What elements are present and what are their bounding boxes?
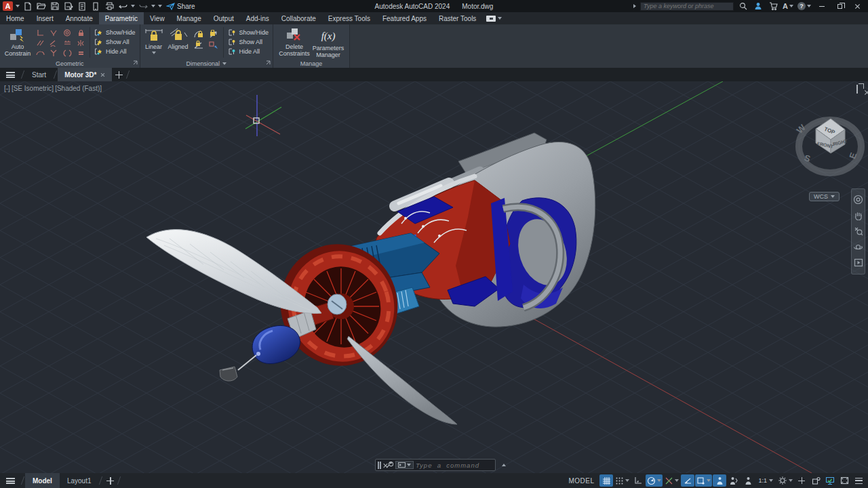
workspace-switching[interactable] [776, 474, 794, 487]
tab-output[interactable]: Output [208, 12, 240, 24]
smooth-constraint-icon[interactable] [33, 48, 47, 58]
annotation-scale-person[interactable] [741, 474, 755, 487]
delete-constraints-button[interactable]: Delete Constraints [279, 26, 310, 59]
geometric-panel-title[interactable]: Geometric [0, 59, 140, 68]
visual-style-control[interactable]: [Shaded (Fast)] [55, 85, 102, 92]
drawing-viewport[interactable]: [-] [SE Isometric] [Shaded (Fast)] W S E… [0, 81, 868, 473]
dimensional-show-all-button[interactable]: Show All [228, 38, 269, 46]
navigation-wheel-icon[interactable] [853, 195, 863, 206]
undo-caret-icon[interactable] [131, 5, 135, 7]
parallel-constraint-icon[interactable] [33, 38, 47, 48]
polar-caret-icon[interactable] [657, 479, 661, 482]
angular-constraint-icon[interactable] [191, 28, 206, 39]
print-icon[interactable] [104, 1, 115, 11]
file-tab-start[interactable]: Start [25, 68, 53, 81]
dimensional-dialog-launcher-icon[interactable] [266, 60, 271, 66]
viewcube-south[interactable]: S [803, 152, 812, 164]
viewport-menu-control[interactable]: [-] [4, 85, 10, 92]
close-tab-icon[interactable] [100, 73, 105, 77]
mobile-device-icon[interactable] [90, 1, 101, 11]
redo-caret-icon[interactable] [151, 5, 155, 7]
isolate-objects-toggle[interactable] [809, 474, 823, 487]
grid-toggle[interactable] [599, 474, 613, 487]
tab-raster-tools[interactable]: Raster Tools [433, 12, 482, 24]
tab-annotate[interactable]: Annotate [60, 12, 99, 24]
object-snap-toggle[interactable] [695, 474, 712, 487]
file-tab-menu-button[interactable] [0, 68, 20, 81]
geometric-hide-all-button[interactable]: Hide All [94, 47, 136, 56]
open-file-icon[interactable] [36, 1, 47, 11]
model-space-toggle[interactable]: MODEL [564, 477, 599, 485]
view-control[interactable]: [SE Isometric] [12, 85, 54, 92]
restore-button[interactable] [833, 1, 846, 11]
lock-constraint-icon[interactable] [74, 28, 87, 38]
qat-customize-caret-icon[interactable] [158, 5, 162, 7]
redo-icon[interactable] [138, 1, 149, 11]
save-icon[interactable] [50, 1, 60, 11]
tab-featured-apps[interactable]: Featured Apps [376, 12, 433, 24]
new-file-icon[interactable] [22, 1, 33, 11]
parameters-manager-button[interactable]: f(x) Parameters Manager [313, 26, 344, 59]
dimensional-panel-title[interactable]: Dimensional [140, 59, 273, 68]
command-input[interactable] [416, 462, 500, 469]
autocad-logo[interactable]: A [3, 1, 13, 11]
polar-tracking-toggle[interactable] [646, 474, 663, 487]
radial-constraint-icon[interactable] [206, 28, 221, 39]
tab-manage[interactable]: Manage [171, 12, 208, 24]
autoscale-toggle[interactable] [727, 474, 741, 487]
undo-icon[interactable] [117, 1, 128, 11]
horizontal-constraint-icon[interactable] [60, 38, 74, 48]
layout1-tab[interactable]: Layout1 [60, 473, 99, 488]
isodraft-caret-icon[interactable] [675, 479, 679, 482]
tangent-constraint-icon[interactable] [47, 38, 60, 48]
recent-commands-control[interactable] [395, 461, 414, 469]
model-tab[interactable]: Model [25, 473, 60, 488]
lock-ui-toggle[interactable] [795, 474, 808, 487]
annotation-scale-control[interactable]: 1:1 [755, 477, 776, 484]
fix-constraint-icon[interactable] [47, 28, 60, 38]
share-button[interactable]: Share [166, 3, 195, 10]
autodesk-app-store-button[interactable]: A [783, 2, 793, 10]
close-button[interactable] [850, 1, 864, 11]
ribbon-display-toggle[interactable] [486, 12, 502, 24]
manage-panel-title[interactable]: Manage [273, 59, 349, 68]
concentric-constraint-icon[interactable] [60, 28, 74, 38]
auto-constrain-button[interactable]: Auto Constrain [2, 26, 33, 59]
osnap-caret-icon[interactable] [707, 479, 711, 482]
minimize-button[interactable] [815, 1, 829, 11]
save-as-icon[interactable] [63, 1, 74, 11]
app-menu-caret-icon[interactable] [16, 5, 20, 7]
search-box[interactable] [640, 2, 734, 11]
geometric-dialog-launcher-icon[interactable] [133, 60, 138, 66]
tab-view[interactable]: View [144, 12, 171, 24]
aligned-dimension-button[interactable]: Aligned [165, 26, 191, 59]
linear-dimension-button[interactable]: Linear [142, 26, 165, 59]
object-snap-tracking-toggle[interactable] [681, 474, 694, 487]
command-line[interactable] [375, 459, 496, 471]
snap-mode-toggle[interactable] [614, 474, 631, 487]
orbit-icon[interactable] [853, 242, 863, 253]
vp-restore-button[interactable] [856, 85, 858, 93]
perpendicular-constraint-icon[interactable] [33, 28, 47, 38]
angular-lock-constraint-icon[interactable] [191, 39, 206, 50]
tab-home[interactable]: Home [0, 12, 31, 24]
sign-in-user-icon[interactable] [753, 1, 764, 11]
snap-caret-icon[interactable] [625, 479, 629, 482]
help-button[interactable]: ? [797, 2, 811, 10]
dimensional-show-hide-button[interactable]: Show/Hide [228, 28, 269, 37]
file-tab-motor3d[interactable]: Motor 3D* [58, 68, 112, 81]
new-drawing-tab-button[interactable] [112, 68, 125, 81]
command-line-grip[interactable] [378, 462, 381, 469]
command-history-caret-icon[interactable] [502, 464, 506, 466]
tab-express-tools[interactable]: Express Tools [322, 12, 376, 24]
clean-screen-toggle[interactable] [837, 474, 851, 487]
graphics-performance-toggle[interactable] [823, 474, 837, 487]
symmetric-constraint-icon[interactable] [74, 38, 87, 48]
infocenter-collapse-icon[interactable] [633, 4, 636, 8]
wcs-dropdown[interactable]: WCS [809, 192, 840, 201]
collinear-constraint-icon[interactable] [60, 48, 74, 58]
pan-icon[interactable] [854, 211, 863, 222]
viewcube[interactable]: W S E TOP FRONT RIGHT [792, 106, 868, 187]
tab-add-ins[interactable]: Add-ins [240, 12, 275, 24]
zoom-extents-icon[interactable] [854, 226, 863, 237]
